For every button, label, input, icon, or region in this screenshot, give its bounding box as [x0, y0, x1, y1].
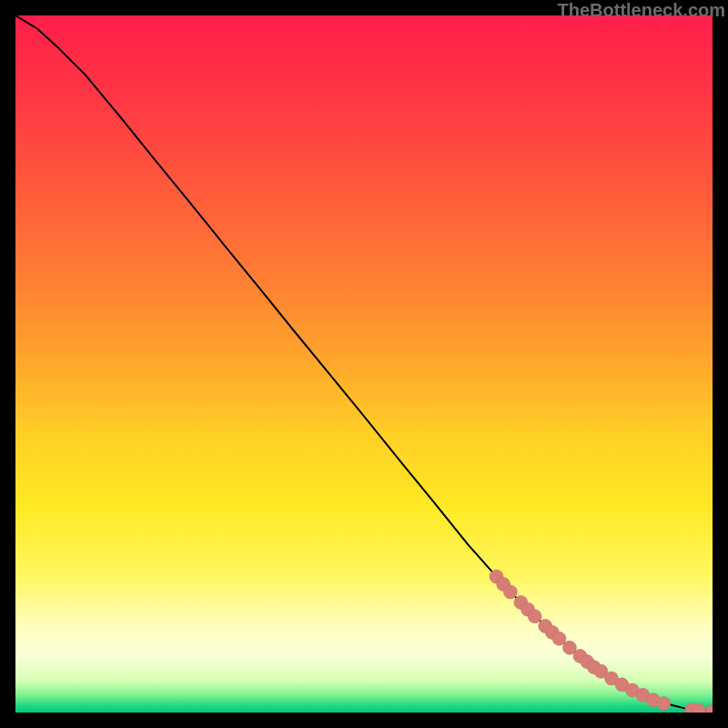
attribution-watermark: TheBottleneck.com	[558, 0, 725, 21]
data-point	[528, 610, 541, 623]
data-point	[552, 632, 566, 645]
plot-area	[15, 15, 713, 713]
chart-stage: TheBottleneck.com	[0, 0, 728, 728]
data-point	[503, 585, 517, 599]
gradient-background	[15, 15, 713, 713]
data-point	[657, 697, 671, 711]
plot-svg	[15, 15, 713, 713]
